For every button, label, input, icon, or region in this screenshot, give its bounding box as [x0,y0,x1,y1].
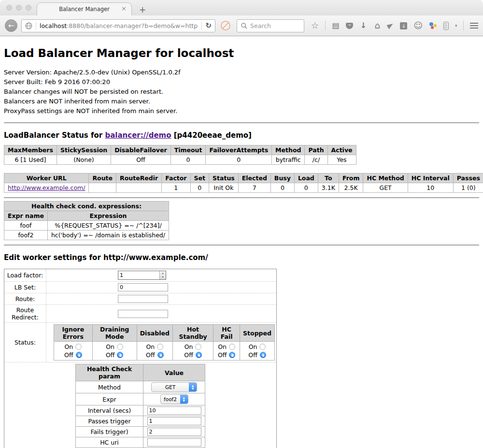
reload-icon[interactable]: ↻ [205,21,212,30]
hc-param-label: Method [76,381,143,393]
fails-trigger-input[interactable] [147,428,201,436]
interval-secs-input[interactable] [147,406,201,415]
table-cell: 0 [270,183,294,193]
passes-trigger-input[interactable] [147,417,201,425]
status-off-radio[interactable] [157,352,164,358]
number-spinner-icon[interactable]: ▴▾ [159,271,166,279]
bookmark-star-icon[interactable]: ☆ [311,22,319,29]
status-on-radio[interactable] [229,344,235,350]
status-off-radio[interactable] [196,352,202,358]
table-cell: 0 [206,155,272,165]
chat-smiley-icon[interactable]: ☺ [413,22,423,29]
column-header: Factor [162,173,190,183]
load-factor-stepper[interactable]: ▴▾ [118,271,166,280]
status-column-header: Draining Mode [92,325,137,342]
load-factor-input[interactable] [118,271,159,279]
column-header: StickySession [57,145,111,155]
balancers-notice-line: Balancers are NOT inherited from main se… [4,97,479,106]
status-off-radio[interactable] [117,352,123,358]
hc-param-label: Fails trigger) [76,427,143,437]
search-placeholder: Search [250,22,271,29]
table-cell: 0 [170,155,206,165]
balancer-demo-link[interactable]: balancer://demo [105,131,171,140]
method-select[interactable]: GET▲▼ [151,382,197,392]
worker-url-link[interactable]: http://www.example.com/ [8,184,85,191]
lb-set-input[interactable] [118,283,168,291]
save-to-device-icon[interactable]: ↓ [400,22,407,29]
load-factor-row: Load factor: ▴▾ [4,269,277,282]
status-column-header: Ignore Errors [54,325,93,342]
status-off-radio[interactable] [76,352,82,358]
health-param-row: Passes trigger [76,416,205,427]
expr-select[interactable]: foof2▲▼ [160,394,188,404]
hc-param-value-cell [143,416,205,427]
status-column-header: Stopped [240,325,275,342]
radio-label: On [249,343,257,351]
home-icon[interactable]: ⌂ [373,22,381,29]
url-bar[interactable]: localhost:8880/balancer-manager?b=demo&w… [21,19,215,32]
tab-title: Balancer Manager [59,6,110,13]
route-redirect-label: Route Redirect: [4,305,46,323]
status-off-radio[interactable] [260,352,266,358]
column-header: FailoverAttempts [206,145,272,155]
persist-notice-line: Balancer changes will NOT be persisted o… [4,87,479,97]
search-bar[interactable]: Search [237,19,304,32]
divider [4,197,479,198]
server-version-line: Server Version: Apache/2.5.0-dev (Unix) … [4,68,479,77]
url-domain: localhost [40,22,67,29]
close-window-button[interactable] [6,5,12,11]
table-cell: 0 [190,183,209,193]
lb-set-label: LB Set: [4,282,46,293]
column-header: Timeout [170,145,206,155]
status-column-header: HC Fail [213,325,240,342]
radio-label: On [64,343,73,351]
route-redirect-input[interactable] [118,310,168,318]
hc-param-label: HC uri [76,437,143,448]
status-on-radio[interactable] [75,344,82,350]
extension-dots-icon[interactable] [429,22,437,29]
back-button[interactable]: ← [5,19,17,32]
zoom-window-button[interactable] [26,5,31,11]
route-input[interactable] [118,295,168,303]
chevron-down-icon[interactable]: ▾ [455,23,457,28]
menu-icon[interactable] [470,23,478,29]
expr-cell: hc('body') =~ /domain is established/ [47,231,169,240]
status-on-radio[interactable] [117,344,123,350]
table-cell: Yes [327,155,356,165]
expr-row: foof2hc('body') =~ /domain is establishe… [4,231,169,240]
health-param-header: Health Check param [76,364,143,381]
status-column-header: Disabled [137,325,172,342]
hc-param-value-cell [143,427,205,437]
status-on-radio[interactable] [195,344,201,350]
table-cell: http://www.example.com/ [4,183,89,193]
minimize-window-button[interactable] [16,5,22,11]
container-icon[interactable] [443,22,449,30]
status-on-radio[interactable] [259,344,266,350]
downloads-icon[interactable]: ↓ [359,22,367,29]
pocket-icon[interactable] [346,23,353,29]
hc-param-value-cell [143,405,205,416]
server-built-line: Server Built: Feb 9 2016 07:00:20 [4,77,479,87]
tab-balancer-manager[interactable]: Balancer Manager × [37,2,132,15]
tab-close-icon[interactable]: × [121,5,127,12]
table-cell: 1 (0) [453,183,483,193]
radio-label: Off [248,351,257,359]
column-header: Load [294,173,318,183]
radio-label: Off [218,351,227,359]
reading-list-icon[interactable]: ▤ [332,22,340,29]
status-off-radio[interactable] [229,352,235,358]
send-tab-icon[interactable] [387,22,395,29]
page-title: Load Balancer Manager for localhost [4,47,479,59]
status-on-radio[interactable] [157,344,163,350]
route-label: Route: [4,293,46,305]
table-cell: 1 [162,183,190,193]
hc-uri-input[interactable] [147,438,201,447]
page-content: Load Balancer Manager for localhost Serv… [0,36,483,448]
globe-icon [25,22,32,29]
health-param-row: Fails trigger) [76,427,205,437]
health-value-header: Value [143,364,205,381]
new-tab-button[interactable]: + [139,5,146,14]
content-blocker-icon[interactable] [221,21,230,30]
radio-label: Off [146,351,155,359]
hc-param-value-cell: GET▲▼ [143,381,205,393]
